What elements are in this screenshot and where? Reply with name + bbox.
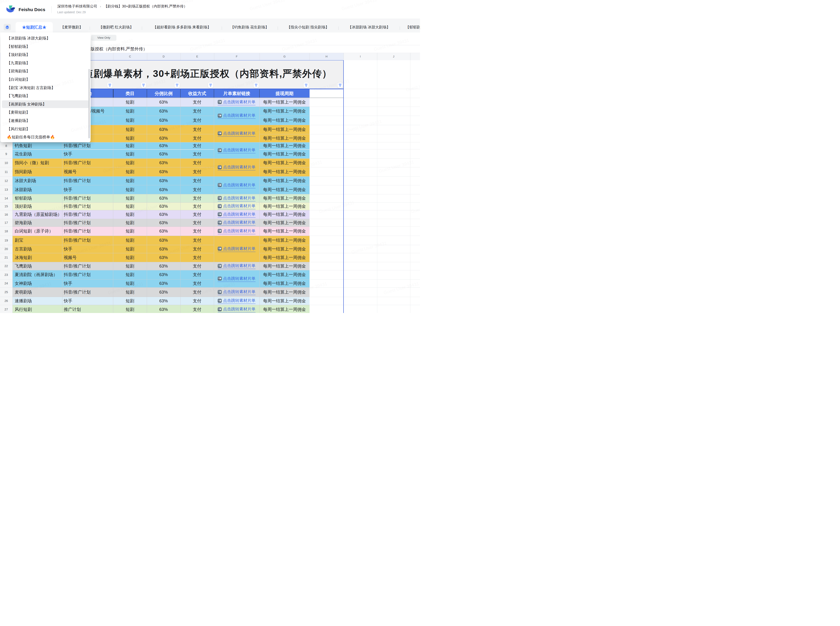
cell-cycle-row3[interactable]: 每周一结算上一周佣金 xyxy=(260,98,310,107)
sheet-menu-item-11[interactable]: 【风行短剧】 xyxy=(0,125,91,133)
sheet-menu-item-5[interactable]: 【白词短剧】 xyxy=(0,75,91,84)
cell-payout-row18[interactable]: 支付 xyxy=(180,227,214,236)
sheet-menu-item-8[interactable]: 【画屏剧场 女神剧场】 xyxy=(0,100,91,108)
cell-platform-row26[interactable]: 快手 xyxy=(63,297,113,305)
cell-payout-row12[interactable]: 支付 xyxy=(180,177,214,185)
cell-commission-row20[interactable]: 63% xyxy=(147,245,180,253)
cell-link-rows-12-13[interactable]: 点击跳转素材片单 xyxy=(214,177,260,194)
cell-commission-row16[interactable]: 63% xyxy=(147,210,180,219)
tab-sheet-3[interactable]: 【钓鱼剧场 花生剧场】 xyxy=(230,22,269,33)
cell-payout-row17[interactable]: 支付 xyxy=(180,219,214,227)
cell-payout-row22[interactable]: 支付 xyxy=(180,262,214,270)
cell-name-row27[interactable]: 风行短剧 xyxy=(13,305,63,313)
row-number-8[interactable]: 8 xyxy=(0,142,13,150)
cell-commission-row9[interactable]: 63% xyxy=(147,150,180,159)
cell-cycle-row16[interactable]: 每周一结算上一周佣金 xyxy=(260,210,310,219)
cell-platform-row13[interactable]: 快手 xyxy=(63,185,113,194)
material-link[interactable]: 点击跳转素材片单 xyxy=(218,220,255,226)
cell-payout-row11[interactable]: 支付 xyxy=(180,167,214,177)
cell-commission-row22[interactable]: 63% xyxy=(147,262,180,270)
cell-name-row23[interactable]: 夏清剧院（画屏剧场） xyxy=(13,270,63,280)
cell-payout-row24[interactable]: 支付 xyxy=(180,280,214,288)
material-link[interactable]: 点击跳转素材片单 xyxy=(218,147,255,153)
material-link[interactable]: 点击跳转素材片单 xyxy=(218,263,255,269)
cell-payout-row19[interactable]: 支付 xyxy=(180,236,214,245)
filter-button-col-F[interactable] xyxy=(254,83,259,88)
material-link[interactable]: 点击跳转素材片单 xyxy=(218,211,255,218)
cell-name-row24[interactable]: 女神剧场 xyxy=(13,280,63,288)
cell-cycle-row20[interactable]: 每周一结算上一周佣金 xyxy=(260,245,310,253)
cell-commission-row13[interactable]: 63% xyxy=(147,185,180,194)
cell-name-row9[interactable]: 花生剧场 xyxy=(13,150,63,159)
cell-cycle-row25[interactable]: 每周一结算上一周佣金 xyxy=(260,288,310,297)
sheet-menu-item-4[interactable]: 【碧海剧场】 xyxy=(0,67,91,75)
column-letter-F[interactable]: F xyxy=(214,53,260,60)
cell-category-row19[interactable]: 短剧 xyxy=(113,236,147,245)
cell-category-row14[interactable]: 短剧 xyxy=(113,194,147,203)
cell-platform-row16[interactable]: 抖音/推广计划 xyxy=(63,210,113,219)
cell-category-row4[interactable]: 短剧 xyxy=(113,107,147,116)
cell-payout-row4[interactable]: 支付 xyxy=(180,107,214,116)
material-link[interactable]: 点击跳转素材片单 xyxy=(218,246,255,252)
material-link[interactable]: 点击跳转素材片单 xyxy=(218,196,255,201)
cell-name-row15[interactable]: 顶好剧场 xyxy=(13,203,63,210)
sheet-menu-item-9[interactable]: 【麦萌短剧】 xyxy=(0,108,91,117)
tab-sheet-2[interactable]: 【超好看剧场 多多剧场 来看剧场】 xyxy=(153,22,211,33)
cell-payout-row8[interactable]: 支付 xyxy=(180,142,214,150)
cell-name-row12[interactable]: 冰甜大剧场 xyxy=(13,177,63,185)
row-number-20[interactable]: 20 xyxy=(0,245,13,253)
cell-platform-row17[interactable]: 抖音/推广计划 xyxy=(63,219,113,227)
row-number-10[interactable]: 10 xyxy=(0,159,13,167)
cell-link-rows-17[interactable]: 点击跳转素材片单 xyxy=(214,219,260,227)
column-letter-C[interactable]: C xyxy=(113,53,147,60)
cell-name-row10[interactable]: 指间小（微）短剧 xyxy=(13,159,63,167)
cell-link-rows-14[interactable]: 点击跳转素材片单 xyxy=(214,194,260,203)
cell-category-row16[interactable]: 短剧 xyxy=(113,210,147,219)
sheet-menu-item-3[interactable]: 【九霄剧场】 xyxy=(0,59,91,67)
cell-commission-row8[interactable]: 63% xyxy=(147,142,180,150)
cell-cycle-row14[interactable]: 每周一结算上一周佣金 xyxy=(260,194,310,203)
filter-button-col-D[interactable] xyxy=(174,83,180,88)
cell-category-row24[interactable]: 短剧 xyxy=(113,280,147,288)
cell-payout-row16[interactable]: 支付 xyxy=(180,210,214,219)
cell-link-rows-6-7[interactable]: 点击跳转素材片单 xyxy=(214,125,260,142)
material-link[interactable]: 点击跳转素材片单 xyxy=(218,164,255,171)
filter-button-col-B[interactable] xyxy=(107,83,112,88)
row-number-15[interactable]: 15 xyxy=(0,203,13,210)
header-cell-5[interactable]: 片单素材链接 xyxy=(214,89,260,98)
cell-link-rows-10-11[interactable]: 点击跳转素材片单 xyxy=(214,159,260,177)
breadcrumb-company[interactable]: 深圳市格子科技有限公司 xyxy=(57,4,97,8)
row-number-18[interactable]: 18 xyxy=(0,227,13,236)
cell-platform-row19[interactable]: 抖音/推广计划 xyxy=(63,236,113,245)
row-number-9[interactable]: 9 xyxy=(0,150,13,159)
header-cell-2[interactable]: 类目 xyxy=(113,89,147,98)
filter-button-col-E[interactable] xyxy=(208,83,213,88)
tab-active-summary[interactable]: ★短剧汇总★ xyxy=(16,22,53,33)
sheet-menu-item-1[interactable]: 【郁郁剧场】 xyxy=(0,42,91,51)
cell-category-row3[interactable]: 短剧 xyxy=(113,98,147,107)
cell-link-rows-16[interactable]: 点击跳转素材片单 xyxy=(214,210,260,219)
cell-commission-row25[interactable]: 63% xyxy=(147,288,180,297)
cell-cycle-row12[interactable]: 每周一结算上一周佣金 xyxy=(260,177,310,185)
cell-category-row11[interactable]: 短剧 xyxy=(113,167,147,177)
cell-platform-row18[interactable]: 抖音/推广计划 xyxy=(63,227,113,236)
cell-cycle-row7[interactable]: 每周一结算上一周佣金 xyxy=(260,134,310,142)
cell-cycle-row8[interactable]: 每周一结算上一周佣金 xyxy=(260,142,310,150)
cell-cycle-row15[interactable]: 每周一结算上一周佣金 xyxy=(260,203,310,210)
cell-link-rows-19-20-21[interactable]: 点击跳转素材片单 xyxy=(214,236,260,262)
column-letter-I[interactable]: I xyxy=(343,53,377,60)
cell-category-row15[interactable]: 短剧 xyxy=(113,203,147,210)
breadcrumb-doc-title[interactable]: 【剧分钱】30+剧场正版授权（内部资料,严禁外传） xyxy=(104,4,187,8)
cell-name-row19[interactable]: 剧宝 xyxy=(13,236,63,245)
row-number-26[interactable]: 26 xyxy=(0,297,13,305)
cell-cycle-row5[interactable]: 每周一结算上一周佣金 xyxy=(260,116,310,125)
row-number-11[interactable]: 11 xyxy=(0,167,13,177)
cell-category-row22[interactable]: 短剧 xyxy=(113,262,147,270)
cell-cycle-row13[interactable]: 每周一结算上一周佣金 xyxy=(260,185,310,194)
cell-name-row13[interactable]: 冰甜剧场 xyxy=(13,185,63,194)
cell-category-row26[interactable]: 短剧 xyxy=(113,297,147,305)
row-number-21[interactable]: 21 xyxy=(0,253,13,262)
sheet-menu-item-0[interactable]: 【冰甜剧场 冰甜大剧场】 xyxy=(0,34,91,42)
cell-cycle-row4[interactable]: 每周一结算上一周佣金 xyxy=(260,107,310,116)
cell-payout-row23[interactable]: 支付 xyxy=(180,270,214,280)
